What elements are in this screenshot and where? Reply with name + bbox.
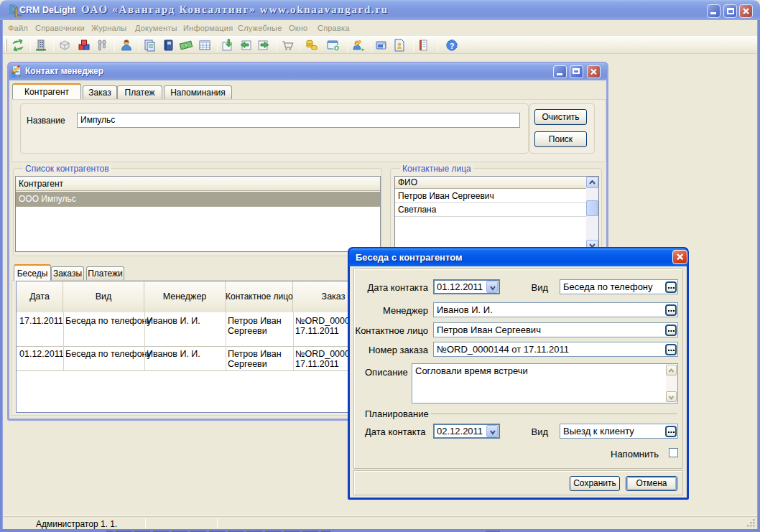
svg-text:?: ? <box>450 42 455 50</box>
